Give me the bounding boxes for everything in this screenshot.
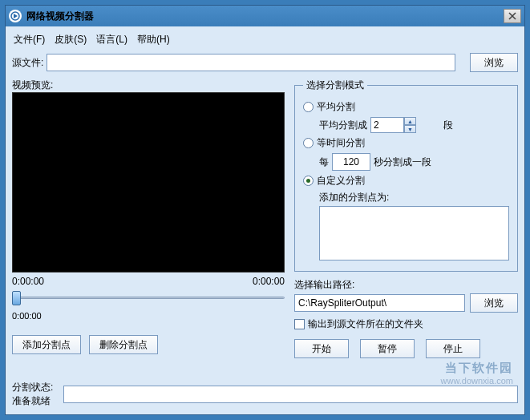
client-area: 文件(F) 皮肤(S) 语言(L) 帮助(H) 源文件: 浏览 视频预览: 0:… [6,26,524,414]
time-unit: 秒分割成一段 [374,155,431,169]
seek-slider[interactable] [12,289,285,306]
close-icon [508,12,516,20]
slider-thumb[interactable] [12,291,21,305]
status-row: 分割状态: 准备就绪 [12,381,518,408]
svg-marker-1 [14,14,18,18]
window-title: 网络视频分割器 [26,10,94,23]
avg-unit: 段 [443,119,453,132]
time-end: 0:00:00 [253,276,285,287]
time-sub-label: 每 [319,155,329,169]
split-mode-group: 选择分割模式 平均分割 平均分割成 ▲ ▼ [294,79,518,272]
time-start: 0:00:00 [12,276,44,287]
same-folder-checkbox[interactable] [294,319,305,329]
menu-help[interactable]: 帮助(H) [137,33,170,46]
radio-time-label: 等时间分割 [317,136,365,150]
menu-skin[interactable]: 皮肤(S) [55,33,87,46]
preview-label: 视频预览: [12,79,285,92]
avg-segments-spinner[interactable]: ▲ ▼ [370,117,416,133]
status-label: 分割状态: [12,381,60,394]
pause-button[interactable]: 暂停 [360,339,415,358]
avg-sub-label: 平均分割成 [319,119,367,132]
source-label: 源文件: [12,56,43,70]
slider-track [12,297,285,299]
source-row: 源文件: 浏览 [12,53,518,72]
radio-custom[interactable] [303,176,314,186]
radio-custom-label: 自定义分割 [317,174,365,188]
start-button[interactable]: 开始 [294,339,349,358]
radio-time[interactable] [303,138,314,148]
split-points-textarea[interactable] [319,206,509,260]
app-window: 网络视频分割器 文件(F) 皮肤(S) 语言(L) 帮助(H) 源文件: 浏览 … [5,5,525,415]
add-split-point-button[interactable]: 添加分割点 [12,335,81,354]
source-browse-button[interactable]: 浏览 [470,53,518,72]
output-browse-button[interactable]: 浏览 [470,293,518,313]
delete-split-point-button[interactable]: 删除分割点 [89,335,158,354]
left-panel: 视频预览: 0:00:00 0:00:00 0:00:00 添加分割点 删除分割… [12,79,285,373]
title-bar: 网络视频分割器 [6,6,524,26]
source-input[interactable] [47,54,455,71]
app-logo-icon [9,10,22,22]
custom-sub-label: 添加的分割点为: [319,191,509,204]
spinner-down-icon[interactable]: ▼ [404,125,416,133]
avg-segments-input[interactable] [370,117,404,133]
menu-language[interactable]: 语言(L) [96,33,127,46]
spinner-up-icon[interactable]: ▲ [404,117,416,125]
close-button[interactable] [504,9,521,23]
radio-average[interactable] [303,102,314,112]
same-folder-label: 输出到源文件所在的文件夹 [308,317,423,331]
stop-button[interactable]: 停止 [426,339,480,358]
current-position: 0:00:00 [12,311,285,321]
time-row: 0:00:00 0:00:00 [12,276,285,287]
status-field [63,386,518,403]
menu-file[interactable]: 文件(F) [14,33,45,46]
right-panel: 选择分割模式 平均分割 平均分割成 ▲ ▼ [294,79,518,373]
radio-average-label: 平均分割 [317,100,355,114]
time-seconds-input[interactable] [332,153,370,171]
output-path-label: 选择输出路径: [294,278,518,292]
ready-label: 准备就绪 [12,394,60,408]
output-path-input[interactable] [294,294,465,312]
video-preview[interactable] [12,92,285,273]
split-mode-legend: 选择分割模式 [303,79,367,92]
menu-bar: 文件(F) 皮肤(S) 语言(L) 帮助(H) [12,30,518,53]
